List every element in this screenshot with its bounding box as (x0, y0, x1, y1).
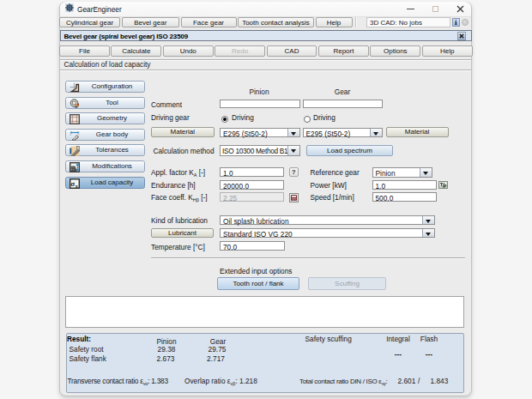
svg-text:x: x (76, 183, 79, 189)
svg-text:σ: σ (70, 179, 75, 188)
